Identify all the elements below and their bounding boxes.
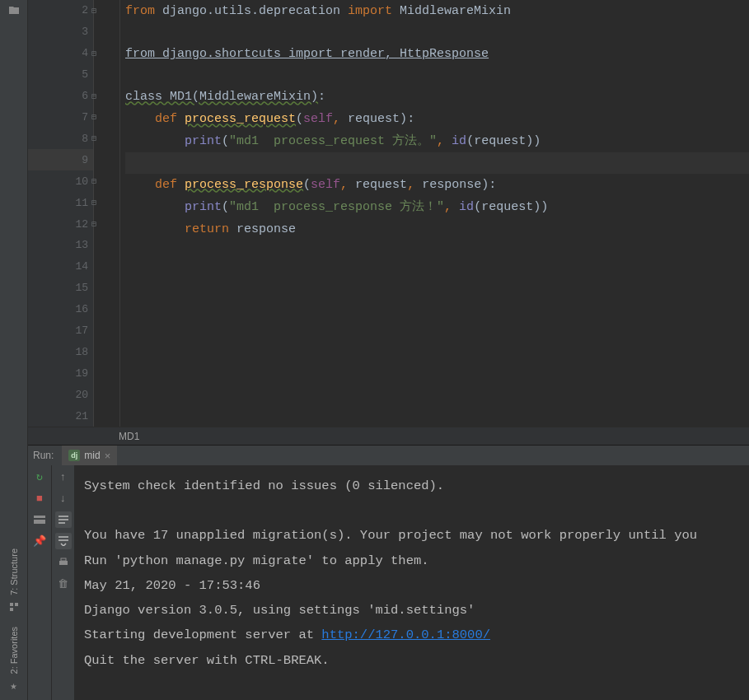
line-number: 16 [75, 303, 88, 315]
line-number: 11 [75, 197, 88, 209]
line-number: 20 [75, 389, 88, 401]
pin-button[interactable]: 📌 [31, 533, 48, 549]
close-icon[interactable]: × [105, 450, 111, 462]
run-tab-label: mid [84, 450, 100, 461]
breadcrumb[interactable]: MD1 [28, 427, 749, 445]
line-number: 7 [82, 111, 88, 124]
run-title: Run: [33, 450, 54, 461]
fold-icon[interactable]: ⊟ [88, 91, 100, 102]
line-number: 10 [75, 175, 88, 188]
line-number: 6 [82, 90, 88, 102]
fold-icon[interactable]: ⊟ [88, 133, 100, 144]
svg-rect-0 [10, 603, 13, 606]
svg-rect-3 [34, 516, 45, 518]
line-number: 19 [75, 367, 88, 380]
server-url-link[interactable]: http://127.0.0.1:8000/ [321, 628, 490, 642]
down-button[interactable]: ↓ [55, 490, 72, 506]
line-number: 9 [82, 154, 88, 166]
run-header: Run: dj mid × [28, 446, 749, 465]
favorites-icon[interactable]: ★ [6, 677, 22, 693]
fold-icon[interactable]: ⊟ [88, 175, 100, 187]
line-number: 18 [75, 346, 88, 358]
line-number: 13 [75, 239, 88, 251]
editor: 2⊟ 3 4⊟ 5 6⊟ 7⊟ 8⊟ 9 10⊟ 11⊟ 12⊟ 13 14 1… [28, 0, 749, 445]
svg-rect-2 [10, 608, 13, 611]
svg-rect-1 [15, 603, 18, 606]
soft-wrap-button[interactable] [55, 511, 72, 528]
rerun-button[interactable]: ↻ [31, 469, 48, 485]
fold-icon[interactable]: ⊟ [88, 218, 100, 230]
up-button[interactable]: ↑ [55, 469, 72, 485]
console-output[interactable]: System check identified no issues (0 sil… [74, 465, 749, 700]
svg-rect-6 [61, 558, 66, 561]
print-button[interactable] [55, 554, 72, 571]
fold-icon[interactable]: ⊟ [88, 48, 100, 59]
line-number: 15 [75, 282, 88, 294]
line-number: 17 [75, 324, 88, 337]
line-number: 5 [82, 68, 88, 81]
scroll-end-button[interactable] [55, 533, 72, 549]
line-number: 12 [75, 218, 88, 231]
line-number: 8 [82, 133, 88, 145]
left-tool-rail: 7: Structure 2: Favorites ★ [0, 0, 28, 700]
line-number: 4 [82, 47, 88, 59]
run-panel: Run: dj mid × ↻ ■ 📌 ↑ ↓ 🗑 System [28, 445, 749, 700]
run-toolbar-right: ↑ ↓ 🗑 [51, 465, 74, 700]
structure-icon[interactable] [6, 599, 22, 615]
code-area[interactable]: from django.utils.deprecation import Mid… [94, 0, 749, 427]
svg-rect-5 [59, 561, 68, 565]
gutter[interactable]: 2⊟ 3 4⊟ 5 6⊟ 7⊟ 8⊟ 9 10⊟ 11⊟ 12⊟ 13 14 1… [28, 0, 94, 427]
fold-icon[interactable]: ⊟ [88, 111, 100, 123]
structure-tab[interactable]: 7: Structure [9, 548, 19, 595]
django-icon: dj [68, 450, 80, 461]
project-icon[interactable] [7, 3, 21, 16]
fold-icon[interactable]: ⊟ [88, 5, 100, 16]
run-config-tab[interactable]: dj mid × [62, 446, 117, 465]
line-number: 14 [75, 260, 88, 273]
run-toolbar-left: ↻ ■ 📌 [28, 465, 51, 700]
favorites-tab[interactable]: 2: Favorites [9, 627, 19, 674]
fold-icon[interactable]: ⊟ [88, 197, 100, 208]
line-number: 2 [82, 4, 88, 16]
line-number: 21 [75, 410, 88, 422]
stop-button[interactable]: ■ [31, 490, 48, 506]
line-number: 3 [82, 26, 88, 38]
trash-button[interactable]: 🗑 [55, 576, 72, 592]
svg-rect-4 [34, 520, 45, 524]
layout-button[interactable] [31, 511, 48, 528]
